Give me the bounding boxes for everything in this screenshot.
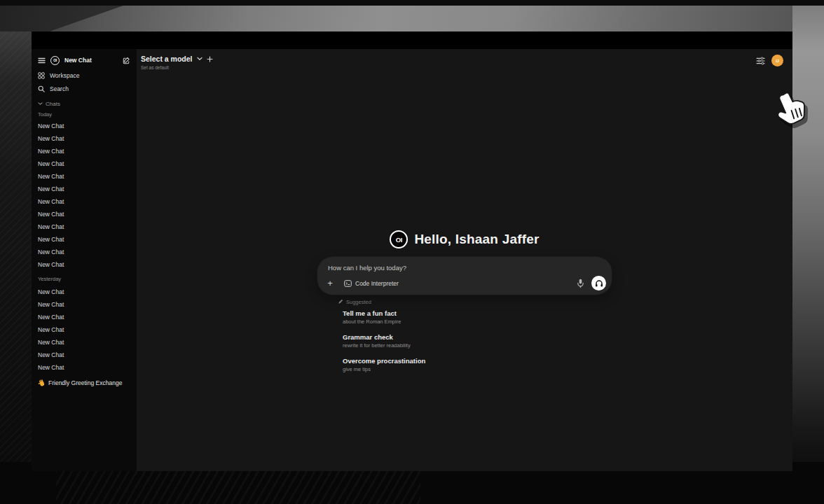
chat-item[interactable]: New Chat <box>38 349 130 361</box>
screen: OI New Chat Workspace <box>0 0 824 504</box>
user-avatar[interactable]: IJ <box>771 55 783 66</box>
greeting-text: Hello, Ishaan Jaffer <box>414 232 539 247</box>
attach-plus-icon[interactable]: + <box>324 278 336 289</box>
waving-hand-icon <box>38 379 46 387</box>
add-model-icon[interactable] <box>207 56 213 62</box>
code-interpreter-icon <box>344 280 352 287</box>
microphone-icon[interactable] <box>576 279 585 288</box>
wallpaper-left <box>0 31 32 462</box>
main-area: Select a model Set as default IJ <box>137 49 792 471</box>
suggestion-title: Grammar check <box>343 333 612 342</box>
sidebar: OI New Chat Workspace <box>32 49 137 471</box>
app-logo-large: OI <box>390 230 408 248</box>
hand-pointer-cursor <box>771 90 807 131</box>
chevron-down-icon <box>38 102 43 106</box>
suggestion-subtitle: rewrite it for better readability <box>343 342 612 349</box>
grid-icon <box>38 72 45 79</box>
sidebar-item-search[interactable]: Search <box>38 84 130 94</box>
search-label: Search <box>50 85 69 92</box>
suggested-header: Suggested <box>338 298 612 305</box>
chat-list-today: New ChatNew ChatNew ChatNew ChatNew Chat… <box>38 120 130 271</box>
sidebar-item-workspace[interactable]: Workspace <box>38 71 130 80</box>
chat-item[interactable]: New Chat <box>38 311 130 323</box>
suggested-section: Suggested Tell me a fun fact about the R… <box>317 298 612 373</box>
workspace-label: Workspace <box>50 72 79 79</box>
model-selector[interactable]: Select a model Set as default <box>141 55 213 70</box>
topbar-actions: IJ <box>756 55 783 66</box>
pencil-icon <box>338 299 343 304</box>
suggestion-item[interactable]: Grammar check rewrite it for better read… <box>343 333 612 349</box>
chat-item[interactable]: New Chat <box>38 220 130 233</box>
search-icon <box>38 85 45 92</box>
chat-item[interactable]: New Chat <box>38 246 130 258</box>
suggestion-item[interactable]: Tell me a fun fact about the Roman Empir… <box>343 309 612 326</box>
wallpaper-top <box>0 6 824 31</box>
chat-item[interactable]: New Chat <box>38 170 130 183</box>
chat-item[interactable]: New Chat <box>38 258 130 271</box>
settings-sliders-icon[interactable] <box>756 57 765 65</box>
sidebar-title: New Chat <box>64 57 92 64</box>
message-input-placeholder: How can I help you today? <box>328 264 406 272</box>
set-as-default-link[interactable]: Set as default <box>141 65 213 70</box>
chat-item[interactable]: New Chat <box>38 120 130 132</box>
suggestion-title: Overcome procrastination <box>343 357 612 365</box>
wallpaper-right <box>792 6 824 462</box>
chat-item[interactable]: New Chat <box>38 233 130 246</box>
suggestion-subtitle: about the Roman Empire <box>343 318 612 326</box>
suggestion-subtitle: give me tips <box>343 366 612 373</box>
code-interpreter-label: Code Interpreter <box>355 280 399 287</box>
headphones-icon <box>595 279 603 288</box>
suggestion-item[interactable]: Overcome procrastination give me tips <box>343 357 612 373</box>
voice-mode-button[interactable] <box>591 276 606 290</box>
code-interpreter-toggle[interactable]: Code Interpreter <box>344 280 399 287</box>
chat-group-label-yesterday: Yesterday <box>38 276 130 283</box>
chat-item[interactable]: New Chat <box>38 158 130 170</box>
chat-item[interactable]: New Chat <box>38 298 130 311</box>
chat-item[interactable]: New Chat <box>38 336 130 349</box>
welcome-stage: OI Hello, Ishaan Jaffer How can I help y… <box>317 230 612 381</box>
input-toolbar: + Code Interpreter <box>324 276 606 290</box>
chat-item[interactable]: New Chat <box>38 286 130 298</box>
chat-item[interactable]: New Chat <box>38 145 130 158</box>
window-top-strip <box>32 31 792 49</box>
pinned-chat-label: Friendly Greeting Exchange <box>48 379 122 386</box>
sidebar-toggle-icon[interactable] <box>38 57 46 64</box>
chat-item[interactable]: New Chat <box>38 195 130 208</box>
app-window: OI New Chat Workspace <box>32 31 792 471</box>
chat-item[interactable]: New Chat <box>38 183 130 195</box>
suggestion-title: Tell me a fun fact <box>343 309 612 318</box>
chat-list-yesterday: New ChatNew ChatNew ChatNew ChatNew Chat… <box>38 286 130 374</box>
chats-section-label: Chats <box>46 101 60 107</box>
new-chat-icon[interactable] <box>123 57 130 64</box>
model-selector-label: Select a model <box>141 55 193 63</box>
chat-item[interactable]: New Chat <box>38 361 130 374</box>
greeting: OI Hello, Ishaan Jaffer <box>317 230 612 249</box>
chat-item-friendly-greeting[interactable]: Friendly Greeting Exchange <box>38 377 130 388</box>
chevron-down-icon <box>197 57 202 61</box>
suggestion-list: Tell me a fun fact about the Roman Empir… <box>343 309 612 373</box>
chats-section-header[interactable]: Chats <box>38 99 130 108</box>
app-logo: OI <box>50 56 60 65</box>
chat-item[interactable]: New Chat <box>38 208 130 220</box>
sidebar-header: OI New Chat <box>38 55 130 66</box>
chat-item[interactable]: New Chat <box>38 323 130 336</box>
message-input[interactable]: How can I help you today? + Code Interpr… <box>317 257 612 295</box>
chat-item[interactable]: New Chat <box>38 132 130 145</box>
chat-group-label-today: Today <box>38 111 130 118</box>
suggested-label: Suggested <box>346 299 371 305</box>
